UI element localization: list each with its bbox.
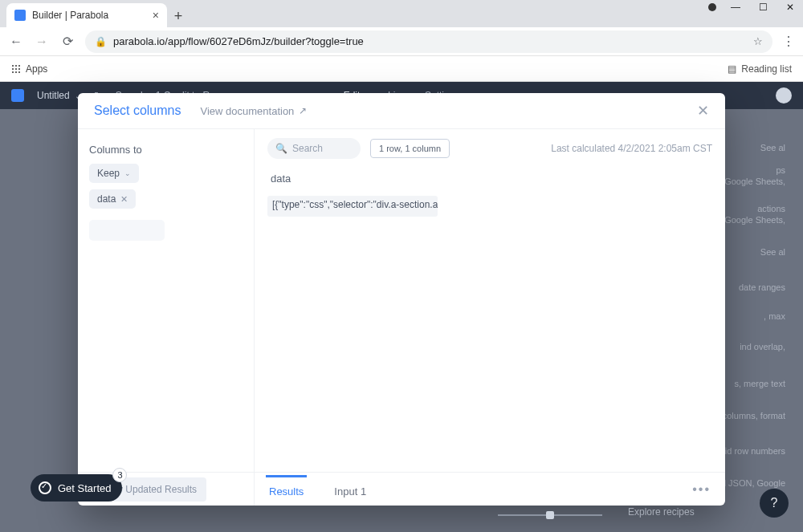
tab-title: Builder | Parabola: [32, 10, 153, 21]
check-circle-icon: [39, 481, 51, 494]
bg-text: ind overlap,: [740, 342, 785, 351]
zoom-slider-thumb[interactable]: [546, 511, 554, 519]
url-input[interactable]: 🔒 parabola.io/app/flow/6027eD6mJz/builde…: [85, 30, 772, 53]
maximize-button[interactable]: ☐: [755, 2, 771, 13]
more-menu-icon[interactable]: •••: [692, 482, 711, 497]
modal-footer: Show Updated Results Results Input 1 •••: [78, 472, 725, 506]
docs-label: View documentation: [201, 105, 295, 117]
select-columns-modal: Select columns View documentation ↗ ✕ Co…: [78, 93, 725, 506]
reading-list-label: Reading list: [741, 63, 792, 75]
search-icon: 🔍: [275, 143, 287, 154]
apps-shortcut[interactable]: Apps: [11, 63, 47, 75]
view-documentation-link[interactable]: View documentation ↗: [201, 105, 308, 117]
last-calculated-text: Last calculated 4/2/2021 2:05am CST: [551, 143, 712, 154]
reading-list-icon: ▤: [728, 63, 736, 75]
bg-text: ps: [776, 165, 785, 175]
browser-menu-button[interactable]: ⋮: [782, 34, 795, 49]
close-tab-icon[interactable]: ×: [153, 9, 159, 22]
keep-dropdown[interactable]: Keep ⌄: [89, 164, 139, 183]
user-avatar[interactable]: [776, 87, 792, 104]
favicon: [14, 10, 26, 21]
add-column-slot[interactable]: [89, 220, 165, 241]
apps-label: Apps: [26, 63, 47, 75]
column-chip-data[interactable]: data ✕: [89, 189, 136, 209]
apps-grid-icon: [11, 64, 21, 74]
bg-text: r columns, format: [717, 411, 785, 420]
chip-label: data: [97, 193, 116, 205]
bookmark-star-icon[interactable]: ☆: [753, 35, 763, 47]
footer-tabs: Results Input 1 •••: [255, 473, 725, 506]
chevron-down-icon: ⌄: [124, 169, 131, 177]
keep-label: Keep: [97, 168, 120, 179]
explore-recipes-link[interactable]: Explore recipes: [628, 506, 695, 518]
minimize-button[interactable]: ―: [728, 2, 744, 13]
column-header-data[interactable]: data: [267, 168, 712, 189]
flow-name-text: Untitled: [37, 90, 70, 101]
search-placeholder: Search: [292, 143, 323, 154]
incognito-icon: [708, 3, 716, 11]
bg-text: nd JSON, Google: [716, 478, 785, 488]
bg-text: , Google Sheets,: [719, 177, 785, 186]
bg-text: See al: [760, 143, 785, 152]
help-fab[interactable]: ?: [760, 489, 789, 518]
bookmarks-bar: Apps ▤ Reading list: [0, 56, 803, 82]
bg-text: See al: [760, 247, 785, 257]
results-table: data [{"type":"css","selector":"div.a-se…: [255, 168, 725, 472]
table-cell[interactable]: [{"type":"css","selector":"div.a-section…: [267, 196, 438, 217]
tab-input1[interactable]: Input 1: [331, 475, 369, 506]
bg-text: actions: [757, 204, 785, 213]
search-input[interactable]: 🔍 Search: [267, 138, 361, 159]
address-bar: ← → ⟳ 🔒 parabola.io/app/flow/6027eD6mJz/…: [0, 27, 803, 56]
results-pane: 🔍 Search 1 row, 1 column Last calculated…: [255, 129, 725, 472]
columns-config-pane: Columns to Keep ⌄ data ✕: [78, 129, 255, 472]
flow-name[interactable]: Untitled ⌄: [37, 90, 81, 101]
remove-chip-icon[interactable]: ✕: [120, 194, 128, 205]
external-link-icon: ↗: [299, 105, 307, 116]
back-button[interactable]: ←: [8, 35, 24, 49]
bg-text: , max: [764, 311, 785, 321]
row-count-badge: 1 row, 1 column: [370, 139, 450, 158]
get-started-label: Get Started: [58, 482, 111, 494]
forward-button[interactable]: →: [34, 35, 50, 49]
close-modal-button[interactable]: ✕: [697, 102, 709, 120]
url-text: parabola.io/app/flow/6027eD6mJz/builder?…: [113, 35, 747, 47]
bg-text: date ranges: [739, 282, 785, 292]
reading-list-button[interactable]: ▤ Reading list: [728, 63, 792, 75]
window-controls: ― ☐ ✕: [708, 2, 798, 13]
new-tab-button[interactable]: +: [167, 5, 190, 27]
parabola-logo[interactable]: [11, 89, 24, 102]
columns-to-label: Columns to: [89, 144, 243, 156]
reload-button[interactable]: ⟳: [59, 34, 75, 49]
lock-icon: 🔒: [95, 36, 107, 47]
bg-text: id row numbers: [725, 446, 785, 456]
browser-tab[interactable]: Builder | Parabola ×: [6, 3, 167, 27]
get-started-pill[interactable]: Get Started 3: [31, 474, 122, 502]
modal-body: Columns to Keep ⌄ data ✕ 🔍 Search: [78, 128, 725, 472]
modal-header: Select columns View documentation ↗ ✕: [78, 93, 725, 128]
results-toolbar: 🔍 Search 1 row, 1 column Last calculated…: [255, 129, 725, 168]
modal-title: Select columns: [94, 104, 181, 118]
help-icon: ?: [771, 496, 778, 510]
browser-titlebar: Builder | Parabola × + ― ☐ ✕: [0, 0, 803, 27]
tab-results[interactable]: Results: [266, 475, 307, 506]
close-window-button[interactable]: ✕: [782, 2, 798, 13]
bg-text: s, merge text: [734, 379, 785, 388]
bg-text: , Google Sheets,: [719, 215, 785, 225]
